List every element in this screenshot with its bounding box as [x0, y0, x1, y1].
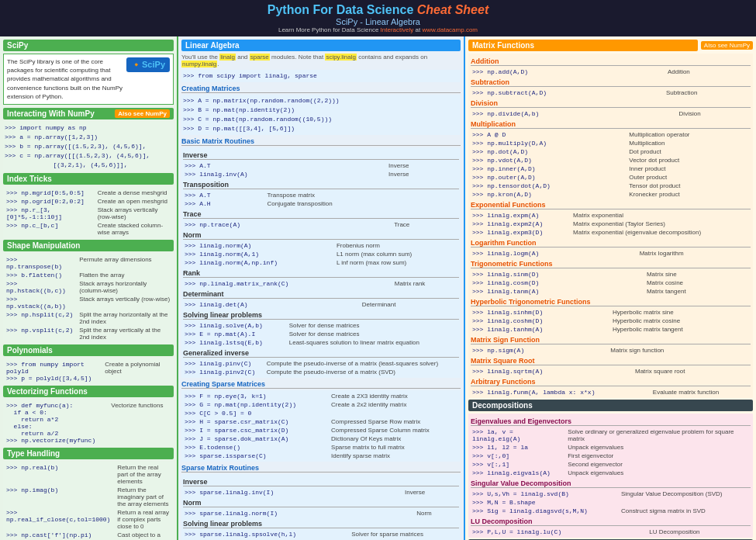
table-row: >>> np.vstack((a,b))Stack arrays vertica…	[5, 295, 172, 310]
table-row: >>> linalg.norm(A,1)L1 norm (max column …	[183, 250, 459, 258]
table-row: >>> np.vsplit(c,2)Split the array vertic…	[5, 326, 172, 341]
table-row: >>> J = sparse.dok_matrix(A)Dictionary O…	[183, 434, 459, 443]
table-row: >>> linalg.funm(A, lambda x: x*x)Evaluat…	[471, 388, 751, 396]
sparse-norm-table: >>> sparse.linalg.norm(I)Norm	[183, 509, 459, 518]
square-root-sub: Matrix Square Root	[471, 357, 751, 365]
transposition-table: >>> A.TTranspose matrix >>> A.HConjugate…	[183, 191, 459, 208]
main-body: SciPy The SciPy library is one of the co…	[0, 36, 756, 540]
logarithm-table: >>> linalg.logm(A)Matrix logarithm	[471, 249, 751, 258]
shape-table: >>> np.transpose(b)Permute array dimensi…	[5, 255, 172, 341]
norm-table: >>> linalg.norm(A)Frobenius norm >>> lin…	[183, 241, 459, 267]
rank-sub: Rank	[183, 269, 459, 278]
interacting-header: Interacting With NumPy Also see NumPy	[3, 108, 174, 119]
multiplication-table: >>> A @ DMultiplication operator >>> np.…	[471, 130, 751, 199]
basic-routines-block: Inverse >>> A.TInverse >>> linalg.inv(A)…	[181, 147, 461, 378]
hyperbolic-sub: Hyperbolic Trigonometric Functions	[471, 298, 751, 306]
subtitle: SciPy - Linear Algebra	[6, 17, 750, 26]
table-row: >>> np.add(A,D)Addition	[471, 68, 751, 76]
lu-table: >>> P,L,U = linalg.lu(C)LU Decomposition	[471, 528, 751, 536]
division-table: >>> np.divide(A,b)Division	[471, 109, 751, 118]
table-row: >>> np.kron(A,D)Kronecker product	[471, 190, 751, 199]
basic-routines-header: Basic Matrix Routines	[181, 137, 461, 146]
creating-matrices-block: >>> A = np.matrix(np.random.random((2,2)…	[181, 95, 461, 135]
sparse-matrices-block: >>> F = np.eye(3, k=1)Create a 2X3 ident…	[181, 390, 461, 462]
title-python: Python For Data Science	[268, 3, 414, 16]
svd-table: >>> U,s,Vh = linalg.svd(B)Singular Value…	[471, 490, 751, 515]
table-row: >>> linalg.eigvals(A)Unpack eigenvalues	[471, 469, 751, 477]
table-row: >>> np.real_if_close(c,tol=1000)Return a…	[5, 508, 172, 531]
table-row: >>> np.subtract(A,D)Subtraction	[471, 88, 751, 97]
sparse-solving-sub: Solving linear problems	[183, 520, 459, 528]
sparse-routines-block: Inverse >>> sparse.linalg.inv(I)Inverse …	[181, 474, 461, 540]
generalized-table: >>> linalg.pinv(C)Compute the pseudo-inv…	[183, 359, 459, 376]
table-row: >>> G = np.mat(np.identity(2))Create a 2…	[183, 400, 459, 409]
shape-header: Shape Manipulation	[3, 240, 174, 251]
table-row: >>> A.HConjugate transposition	[183, 199, 459, 208]
scipy-text: The SciPy library is one of the core pac…	[7, 58, 123, 100]
eigenvalues-sub: Eigenvalues and Eigenvectors	[471, 417, 751, 426]
addition-table: >>> np.add(A,D)Addition	[471, 68, 751, 76]
trace-table: >>> np.trace(A)Trace	[183, 220, 459, 229]
table-row: >>> np.r_[3,[0]*5,-1:1:10j]Stack arrays …	[5, 206, 172, 221]
table-row: >>> H = sparse.csr_matrix(C)Compressed S…	[183, 417, 459, 426]
arbitrary-sub: Arbitrary Functions	[471, 378, 751, 386]
interactive-link[interactable]: Interactively	[381, 26, 414, 33]
table-row: >>> linalg.pinv2(C)Compute the pseudo-in…	[183, 368, 459, 376]
sparse-matrices-header: Creating Sparse Matrices	[181, 380, 461, 389]
table-row: >>> linalg.sinm(D)Matrix sine	[471, 270, 751, 279]
table-row: >>> sparse.linalg.inv(I)Inverse	[183, 488, 459, 497]
square-root-table: >>> linalg.sqrtm(A)Matrix square root	[471, 367, 751, 376]
polynomials-header: Polynomials	[3, 344, 174, 356]
left-column: SciPy The SciPy library is one of the co…	[0, 36, 178, 540]
table-row: >>> def myfunc(a): if a < 0: return a*2 …	[5, 401, 172, 445]
also-numpy-right: Also see NumPy	[701, 41, 753, 50]
scipy-box: The SciPy library is one of the core pac…	[3, 54, 174, 105]
scipy-header: SciPy	[3, 40, 174, 51]
table-row: >>> A.TInverse	[183, 161, 459, 170]
table-row: >>> linalg.tanm(A)Matrix tangent	[471, 287, 751, 296]
arbitrary-table: >>> linalg.funm(A, lambda x: x*x)Evaluat…	[471, 388, 751, 396]
inverse-table: >>> A.TInverse >>> linalg.inv(A)Inverse	[183, 161, 459, 178]
table-row: >>> v[:,0]First eigenvector	[471, 452, 751, 460]
table-row: >>> np.ogrid[0:2,0:2]Create an open mesh…	[5, 197, 172, 206]
sparse-inverse-sub: Inverse	[183, 478, 459, 486]
table-row: >>> A.TTranspose matrix	[183, 191, 459, 199]
index-tricks-block: >>> np.mgrid[0:5,0:5]Create a dense mesh…	[3, 187, 174, 238]
website-link[interactable]: www.datacamp.com	[422, 26, 478, 33]
table-row: >>> linalg.lstsq(E,b)Least-squares solut…	[183, 338, 459, 347]
table-row: >>> U,s,Vh = linalg.svd(B)Singular Value…	[471, 490, 751, 498]
table-row: >>> F = np.eye(3, k=1)Create a 2X3 ident…	[183, 392, 459, 400]
table-row: >>> np.linalg.matrix_rank(C)Matrix rank	[183, 279, 459, 288]
table-row: >>> linalg.inv(A)Inverse	[183, 170, 459, 178]
table-row: >>> linalg.pinv(C)Compute the pseudo-inv…	[183, 359, 459, 368]
table-row: >>> np.inner(A,D)Inner product	[471, 164, 751, 173]
page: Python For Data Science Cheat Sheet SciP…	[0, 0, 756, 540]
type-handling-block: >>> np.real(b)Return the real part of th…	[3, 462, 174, 540]
right-column: Matrix Functions Also see NumPy Addition…	[465, 36, 756, 540]
table-row: >>> np.hsplit(c,2)Split the array horizo…	[5, 310, 172, 326]
eigenvalues-table: >>> la, v = linalg.eig(A)Solve ordinary …	[471, 428, 751, 477]
table-row: >>> np.imag(b)Return the imaginary part …	[5, 486, 172, 508]
table-row: >>> linalg.cosm(D)Matrix cosine	[471, 279, 751, 287]
index-tricks-header: Index Tricks	[3, 173, 174, 185]
table-row: >>> linalg.norm(A,np.inf)L inf norm (max…	[183, 258, 459, 267]
table-row: >>> l1, l2 = laUnpack eigenvalues	[471, 443, 751, 452]
table-row: >>> linalg.coshm(D)Hyperbolic matrix cos…	[471, 317, 751, 325]
inverse-sub: Inverse	[183, 151, 459, 160]
table-row: >>> linalg.norm(A)Frobenius norm	[183, 241, 459, 250]
linear-algebra-header: Linear Algebra	[181, 40, 461, 51]
transposition-sub: Transposition	[183, 181, 459, 189]
table-row: >>> linalg.det(A)Determinant	[183, 300, 459, 309]
table-row: >>> b.flatten()Flatten the array	[5, 271, 172, 279]
vectorizing-table: >>> def myfunc(a): if a < 0: return a*2 …	[5, 401, 172, 445]
sparse-matrices-table: >>> F = np.eye(3, k=1)Create a 2X3 ident…	[183, 392, 459, 460]
table-row: >>> linalg.expm3(D)Matrix exponential (e…	[471, 228, 751, 237]
header: Python For Data Science Cheat Sheet SciP…	[0, 0, 756, 36]
table-row: >>> np.tensordot(A,D)Tensor dot product	[471, 182, 751, 190]
table-row: >>> linalg.tanhm(A)Hyperbolic matrix tan…	[471, 325, 751, 334]
hyperbolic-table: >>> linalg.sinhm(D)Hyperbolic matrix sin…	[471, 308, 751, 334]
norm-sub: Norm	[183, 231, 459, 240]
table-row: >>> E.todense()Sparse matrix to full mat…	[183, 443, 459, 452]
logarithm-sub: Logarithm Function	[471, 239, 751, 248]
table-row: >>> linalg.expm2(A)Matrix exponential (T…	[471, 220, 751, 228]
